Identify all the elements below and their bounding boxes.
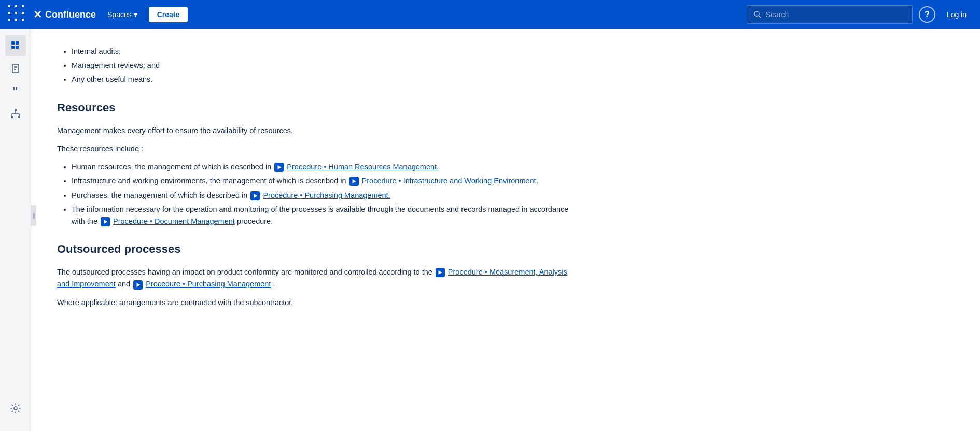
page-link-icon [250,191,260,200]
link-human-resources[interactable]: Procedure • Human Resources Management. [287,163,439,171]
search-bar[interactable] [747,5,913,24]
sidebar-icon-page[interactable] [5,58,26,79]
svg-rect-5 [16,46,19,49]
search-icon [753,10,762,19]
list-item: Any other useful means. [72,74,576,85]
list-item: Internal audits; [72,46,576,58]
tree-icon [10,109,21,119]
resources-item3-before: Purchases, the management of which is de… [72,191,247,199]
outsourced-para1-before: The outsourced processes having an impac… [57,268,432,276]
resources-item1-before: Human resources, the management of which… [72,163,271,171]
resources-item2-before: Infrastructure and working environments,… [72,177,346,185]
outsourced-para1-mid: and [118,280,132,288]
resources-bullet-list: Human resources, the management of which… [57,161,576,227]
confluence-logo-text: Confluence [45,9,96,20]
create-button[interactable]: Create [149,7,188,22]
link-document-management[interactable]: Procedure • Document Management [113,217,235,225]
sidebar-icon-home[interactable] [5,35,26,56]
link-purchasing[interactable]: Procedure • Purchasing Management. [263,191,390,199]
login-button[interactable]: Log in [942,7,972,22]
page-link-icon [274,163,284,172]
svg-rect-11 [11,116,13,118]
resources-para1: Management makes every effort to ensure … [57,125,576,137]
svg-rect-2 [11,41,15,45]
svg-rect-10 [15,109,17,111]
page-icon [10,63,21,74]
outsourced-para2: Where applicable: arrangements are contr… [57,297,576,309]
spaces-menu-button[interactable]: Spaces ▾ [102,7,143,22]
svg-line-1 [759,16,761,18]
help-icon: ? [925,10,930,19]
list-item: The information necessary for the operat… [72,204,576,227]
svg-rect-12 [18,116,20,118]
help-button[interactable]: ? [919,6,935,23]
outsourced-para1-after: . [273,280,275,288]
sidebar-icon-tree[interactable] [5,104,26,124]
top-navigation: ✕ Confluence Spaces ▾ Create ? Log in [0,0,980,29]
left-sidebar: " [0,29,31,346]
quote-icon: " [12,85,18,97]
list-item: Management reviews; and [72,60,576,71]
confluence-logo[interactable]: ✕ Confluence [33,8,96,21]
list-item: Human resources, the management of which… [72,161,576,173]
page-link-icon [101,217,110,226]
app-grid-button[interactable] [8,5,27,24]
page-link-icon [349,177,359,186]
resources-item4-after: procedure. [237,217,273,225]
svg-rect-3 [16,41,19,45]
confluence-x-icon: ✕ [33,8,42,21]
svg-rect-6 [12,64,19,73]
page-link-icon [436,268,445,277]
main-content: Internal audits; Management reviews; and… [36,29,607,346]
home-icon [10,40,21,51]
list-item: Infrastructure and working environments,… [72,175,576,187]
search-input[interactable] [766,10,906,19]
spaces-label: Spaces [107,10,132,19]
resources-para2: These resources include : [57,143,576,155]
sidebar-icon-quote[interactable]: " [5,81,26,102]
resources-heading: Resources [57,98,576,117]
svg-rect-4 [11,46,15,49]
link-infrastructure[interactable]: Procedure • Infrastructure and Working E… [362,177,538,185]
list-item: Purchases, the management of which is de… [72,190,576,202]
outsourced-para1: The outsourced processes having an impac… [57,266,576,290]
link-purchasing-management[interactable]: Procedure • Purchasing Management [146,280,271,288]
sidebar-collapse-handle[interactable] [31,205,36,226]
spaces-chevron-icon: ▾ [134,10,137,19]
page-link-icon [133,280,143,290]
outsourced-heading: Outsourced processes [57,240,576,258]
intro-bullet-list: Internal audits; Management reviews; and… [57,46,576,86]
